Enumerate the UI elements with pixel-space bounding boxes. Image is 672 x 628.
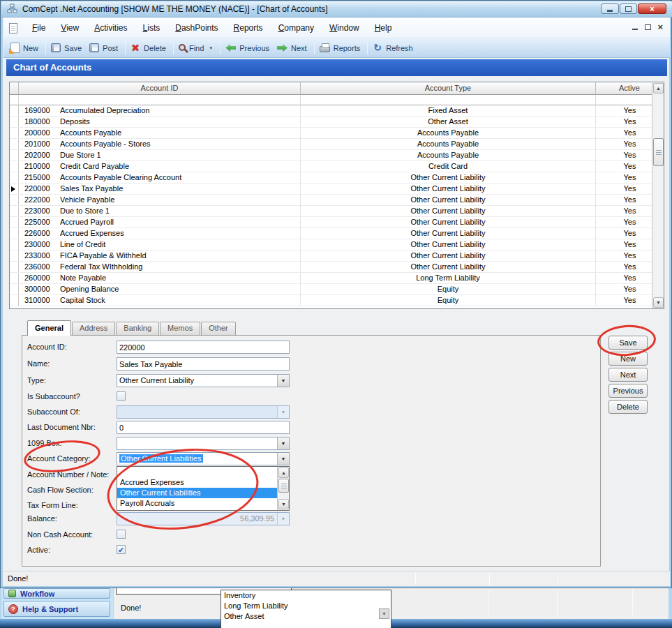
toolbar-next-button[interactable]: Next <box>274 43 312 54</box>
chevron-down-icon[interactable]: ▼ <box>277 375 289 387</box>
toolbar-post-button[interactable]: Post <box>87 42 123 54</box>
table-row[interactable]: 310000Capital StockEquityYes <box>10 295 664 306</box>
mdi-minimize-icon[interactable] <box>632 24 639 30</box>
list-item[interactable] <box>117 467 277 477</box>
name-field[interactable] <box>117 357 290 371</box>
row-selector-cell <box>10 128 19 138</box>
tab-address[interactable]: Address <box>72 322 115 335</box>
column-header-account-type[interactable]: Account Type <box>301 82 596 95</box>
list-item[interactable]: Payroll Accruals <box>117 498 277 509</box>
tab-other[interactable]: Other <box>201 322 236 335</box>
menu-window[interactable]: Window <box>322 20 367 36</box>
list-scrollbar[interactable]: ▲ ▼ <box>277 467 289 510</box>
tab-memos[interactable]: Memos <box>160 322 200 335</box>
table-row[interactable]: 180000DepositsOther AssetYes <box>10 117 664 128</box>
table-row[interactable]: 220000Sales Tax PayableOther Current Lia… <box>10 184 664 195</box>
table-row[interactable]: 236000Federal Tax WIthholdingOther Curre… <box>10 262 664 273</box>
account-type-dropdown-list[interactable]: InventoryLong Term LiabilityOther Asset … <box>221 590 391 628</box>
account-id-field[interactable] <box>117 341 290 354</box>
table-row[interactable]: 225000Accrued PayrollOther Current Liabi… <box>10 217 664 228</box>
account-category-combo[interactable]: Other Current Liabilities ▼ <box>117 452 290 465</box>
list-item[interactable]: Accrued Expenses <box>117 477 277 488</box>
chevron-down-icon[interactable]: ▼ <box>209 46 213 50</box>
mdi-close-icon[interactable]: × <box>657 23 663 31</box>
account-name: Sales Tax Payable <box>60 184 123 193</box>
list-item[interactable]: Inventory <box>221 590 391 601</box>
menu-lists[interactable]: Lists <box>135 20 168 36</box>
table-row[interactable]: 215000Accounts Payable Clearing AccountO… <box>10 172 664 184</box>
scroll-down-icon[interactable]: ▼ <box>653 297 664 308</box>
toolbar-delete-button[interactable]: ✖Delete <box>128 41 171 54</box>
delete-button[interactable]: Delete <box>608 400 648 414</box>
table-row[interactable]: 201000Accounts Payable - StoresAccounts … <box>10 139 664 150</box>
scrollbar-thumb[interactable] <box>653 138 664 166</box>
mdi-restore-icon[interactable] <box>645 24 651 30</box>
maximize-button[interactable] <box>620 3 637 14</box>
new-button[interactable]: New <box>608 352 648 366</box>
cash-flow-section-label: Cash Flow Section: <box>27 484 114 497</box>
last-document-nbr-field[interactable] <box>117 421 290 434</box>
row-selector-cell <box>10 273 19 283</box>
table-row[interactable]: 226000Accrued ExpensesOther Current Liab… <box>10 228 664 239</box>
menu-company[interactable]: Company <box>271 20 322 36</box>
cell-account-type: Accounts Payable <box>301 139 596 149</box>
chevron-down-icon[interactable]: ▼ <box>277 453 289 465</box>
menu-file[interactable]: File <box>24 20 53 36</box>
cell-account-type: Fixed Asset <box>301 105 596 116</box>
account-category-dropdown-list[interactable]: Accrued ExpensesOther Current Liabilitie… <box>117 466 290 511</box>
toolbar-refresh-button[interactable]: ↻Refresh <box>370 41 418 54</box>
tab-banking[interactable]: Banking <box>116 322 159 335</box>
non-cash-account-checkbox[interactable] <box>117 530 126 539</box>
table-row[interactable]: 202000Due Store 1Accounts PayableYes <box>10 150 664 161</box>
sidebar-item-workflow[interactable]: Workflow <box>3 588 110 599</box>
cell-account-type: Long Term Liability <box>301 273 596 283</box>
table-row[interactable]: 300000Opening BalanceEquityYes <box>10 284 664 295</box>
chevron-down-icon[interactable]: ▼ <box>379 608 389 619</box>
next-button[interactable]: Next <box>608 368 648 382</box>
active-checkbox[interactable]: ✔ <box>117 545 126 554</box>
table-row[interactable]: 260000Note PayableLong Term LiabilityYes <box>10 273 664 284</box>
table-row[interactable]: 210000Credit Card PayableCredit CardYes <box>10 161 664 172</box>
chevron-down-icon[interactable]: ▼ <box>277 438 289 449</box>
sidebar-item-help-support[interactable]: ?Help & Support <box>3 601 110 617</box>
close-button[interactable]: × <box>638 3 666 14</box>
row-selector-cell <box>10 284 19 294</box>
save-button[interactable]: Save <box>608 336 648 350</box>
table-row[interactable]: 200000Accounts PayableAccounts PayableYe… <box>10 128 664 139</box>
menu-view[interactable]: View <box>53 20 87 36</box>
list-item[interactable]: Other Asset <box>221 611 391 622</box>
table-row[interactable]: 169000Accumulated DepreciationFixed Asse… <box>10 105 664 117</box>
table-filter-row[interactable] <box>10 95 664 105</box>
list-item[interactable]: Long Term Liability <box>221 601 391 611</box>
previous-button[interactable]: Previous <box>608 384 648 398</box>
scrollbar-thumb[interactable] <box>278 479 289 493</box>
toolbar-new-button[interactable]: New <box>8 41 43 54</box>
row-selector-cell <box>10 206 19 216</box>
scroll-down-icon[interactable]: ▼ <box>278 499 289 509</box>
type-combo[interactable]: Other Current Liability ▼ <box>117 374 290 387</box>
toolbar: NewSavePost✖DeleteFind▼PreviousNextRepor… <box>3 38 670 58</box>
toolbar-previous-button[interactable]: Previous <box>223 43 274 54</box>
account-name: Capital Stock <box>60 296 105 304</box>
box-1099-combo[interactable]: ▼ <box>117 437 290 450</box>
menu-activities[interactable]: Activities <box>87 20 135 36</box>
toolbar-find-button[interactable]: Find▼ <box>176 43 218 54</box>
table-row[interactable]: 233000FICA Payable & WithheldOther Curre… <box>10 251 664 262</box>
table-scrollbar[interactable]: ▲ ▼ <box>652 82 664 308</box>
is-subaccount-checkbox[interactable] <box>117 391 126 401</box>
minimize-button[interactable] <box>601 3 619 14</box>
menu-dashpoints[interactable]: DashPoints <box>167 20 225 36</box>
tab-general[interactable]: General <box>27 320 71 336</box>
row-selector-cell <box>10 195 19 205</box>
scroll-up-icon[interactable]: ▲ <box>278 468 289 478</box>
menu-reports[interactable]: Reports <box>226 20 271 36</box>
toolbar-save-button[interactable]: Save <box>48 42 87 54</box>
table-row[interactable]: 223000Due to Store 1Other Current Liabil… <box>10 206 664 217</box>
table-row[interactable]: 222000Vehicle PayableOther Current Liabi… <box>10 195 664 206</box>
column-header-account-id[interactable]: Account ID <box>19 82 301 95</box>
table-row[interactable]: 230000Line of CreditOther Current Liabil… <box>10 239 664 251</box>
toolbar-reports-button[interactable]: Reports <box>317 42 366 54</box>
scroll-up-icon[interactable]: ▲ <box>653 83 664 94</box>
list-item[interactable]: Other Current Liabilities <box>117 488 277 498</box>
menu-help[interactable]: Help <box>367 20 400 36</box>
